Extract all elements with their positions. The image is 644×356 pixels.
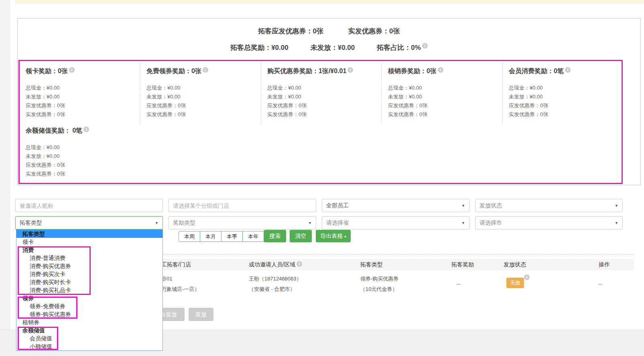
card-line: 应发优惠券：0张 <box>146 101 261 110</box>
grant-button[interactable]: 发放 <box>189 308 213 321</box>
card-line: 总现金：¥0.00 <box>146 84 261 92</box>
summary-due-coupons: 拓客应发优惠券：0张 <box>258 27 323 36</box>
card-line: 总现金：¥0.00 <box>26 84 140 92</box>
date-btn-week[interactable]: 本周 <box>179 231 200 242</box>
chevron-down-icon: ▼ <box>308 221 312 225</box>
date-btn-year[interactable]: 本年 <box>242 231 264 242</box>
chevron-down-icon: ▼ <box>615 204 618 208</box>
card-title: 余额储值奖励： 0笔i <box>26 127 140 135</box>
dropdown-option-lingquan-free[interactable]: 领券-免费领券 <box>16 302 163 310</box>
cell-store: 谷01万象城店-一店） <box>161 275 199 293</box>
card-line: 应发优惠券：0张 <box>26 101 140 110</box>
dropdown-option-xiaofei-lipinka[interactable]: 消费-购买礼品卡 <box>16 286 163 294</box>
status-badge: 无效 <box>506 278 524 288</box>
dropdown-option-huiyuan-chuzhi[interactable]: 会员储值 <box>16 334 163 342</box>
city-select[interactable]: 请选择市▼ <box>475 216 623 229</box>
info-icon[interactable]: i <box>565 67 571 73</box>
date-btn-quarter[interactable]: 本季 <box>221 231 243 242</box>
card-title: 领卡奖励：0张i <box>26 67 140 76</box>
card-line: 总现金：¥0.00 <box>26 143 140 152</box>
tuoke-type-select[interactable]: 拓客类型▼ <box>15 216 163 229</box>
info-icon[interactable]: i <box>203 67 208 73</box>
dropdown-group-yuechuzhi[interactable]: 余额储值 <box>16 326 163 334</box>
card-line: 实发优惠券：0张 <box>267 110 382 119</box>
chevron-down-icon: ▼ <box>461 221 465 225</box>
summary-ratio: 拓客占比：0%i <box>377 43 428 52</box>
card-line: 实发优惠券：0张 <box>388 110 502 119</box>
card-line: 实发优惠券：0张 <box>509 110 623 119</box>
info-icon[interactable]: i <box>69 67 75 73</box>
cell-action: -- <box>599 281 602 287</box>
dropdown-option-xiaoe-chuzhi[interactable]: 小额储值 <box>16 342 163 350</box>
card-title: 购买优惠券奖励：1张/¥0.01i <box>267 67 382 76</box>
summary-row-1: 拓客应发优惠券：0张 实发优惠券：0张 <box>18 27 640 36</box>
tuoke-type-dropdown: 拓客类型 领卡 消费 消费-普通消费 消费-购买优惠券 消费-购买次卡 消费-购… <box>16 229 163 351</box>
card-line: 未发放：¥0.00 <box>388 92 502 101</box>
card-free-coupon-reward: 免费领券奖励：0张i 总现金：¥0.00 未发放：¥0.00 应发优惠券：0张 … <box>140 61 261 123</box>
info-icon[interactable]: i <box>524 274 530 280</box>
col-header-status: 发放状态 <box>504 261 526 268</box>
group-store-input[interactable] <box>169 199 316 212</box>
search-button[interactable]: 搜索 <box>264 230 286 242</box>
chevron-down-icon: ▼ <box>615 221 618 225</box>
grant-status-select[interactable]: 发放状态▼ <box>475 199 623 212</box>
chevron-down-icon: ▼ <box>155 221 158 225</box>
cell-status: 无效i <box>506 278 530 288</box>
col-header-action: 操作 <box>599 261 610 268</box>
reward-type-select[interactable]: 奖励类型▼ <box>169 216 316 229</box>
card-line: 应发优惠券：0张 <box>388 101 502 110</box>
dropdown-option-xiaofei-shichangka[interactable]: 消费-购买时长卡 <box>16 278 163 286</box>
card-line: 未发放：¥0.00 <box>26 152 140 161</box>
card-line: 总现金：¥0.00 <box>267 84 382 92</box>
invitee-nickname-input[interactable] <box>15 199 163 212</box>
card-line: 未发放：¥0.00 <box>146 92 261 101</box>
dropdown-option-lingquan-buy[interactable]: 领券-购买优惠券 <box>16 310 163 318</box>
card-title: 核销券奖励：0张i <box>388 67 502 76</box>
card-line: 实发优惠券：0张 <box>26 170 140 178</box>
dropdown-option-tuoke-type[interactable]: 拓客类型 <box>16 230 163 238</box>
dropdown-group-xiaofei[interactable]: 消费 <box>16 246 163 254</box>
top-notice-strip <box>15 0 644 4</box>
card-verify-coupon-reward: 核销券奖励：0张i 总现金：¥0.00 未发放：¥0.00 应发优惠券：0张 实… <box>382 61 502 123</box>
card-line: 未发放：¥0.00 <box>509 92 623 101</box>
summary-unissued: 未发放：¥0.00 <box>311 43 355 52</box>
info-icon[interactable]: i <box>297 261 302 267</box>
province-select[interactable]: 请选择省▼ <box>322 216 469 229</box>
card-line: 实发优惠券：0张 <box>26 110 140 119</box>
dropdown-option-xiaofei-putong[interactable]: 消费-普通消费 <box>16 254 163 262</box>
cell-reward: -- <box>457 281 460 287</box>
card-line: 应发优惠券：0张 <box>26 161 140 170</box>
clear-button[interactable]: 清空 <box>290 230 312 242</box>
stats-panel: 拓客应发优惠券：0张 实发优惠券：0张 拓客总奖励：¥0.00 未发放：¥0.0… <box>17 18 641 185</box>
card-line: 总现金：¥0.00 <box>509 84 623 92</box>
col-header-reward: 拓客奖励 <box>451 261 474 268</box>
col-header-type: 拓客类型 <box>360 261 383 268</box>
dropdown-option-hexiaoquan[interactable]: 核销券 <box>16 318 163 326</box>
export-table-button[interactable]: 导出表格▾ <box>316 230 351 242</box>
info-icon[interactable]: i <box>83 127 89 132</box>
summary-total-reward: 拓客总奖励：¥0.00 <box>230 43 288 52</box>
card-line: 未发放：¥0.00 <box>267 92 382 101</box>
dropdown-option-xiaofei-cika[interactable]: 消费-购买次卡 <box>16 270 163 278</box>
card-member-consume-reward: 会员消费奖励：0笔i 总现金：¥0.00 未发放：¥0.00 应发优惠券：0张 … <box>502 61 623 123</box>
chevron-down-icon: ▾ <box>344 235 346 239</box>
card-buy-coupon-reward: 购买优惠券奖励：1张/¥0.01i 总现金：¥0.00 未发放：¥0.00 应发… <box>261 61 382 123</box>
dropdown-option-xiaofei-coupon[interactable]: 消费-购买优惠券 <box>16 262 163 270</box>
reward-cards: 领卡奖励：0张i 总现金：¥0.00 未发放：¥0.00 应发优惠券：0张 实发… <box>19 61 623 184</box>
card-card-reward: 领卡奖励：0张i 总现金：¥0.00 未发放：¥0.00 应发优惠券：0张 实发… <box>19 61 140 123</box>
dropdown-group-lingquan[interactable]: 领券 <box>16 294 163 302</box>
dropdown-option-lingka[interactable]: 领卡 <box>16 238 163 246</box>
cell-invitee: 王盼（18712468083）（安徽省 - 合肥市） <box>249 275 302 293</box>
page: 拓客应发优惠券：0张 实发优惠券：0张 拓客总奖励：¥0.00 未发放：¥0.0… <box>0 0 644 356</box>
info-icon[interactable]: i <box>422 43 428 49</box>
date-btn-month[interactable]: 本月 <box>200 231 221 242</box>
card-line: 应发优惠券：0张 <box>509 101 623 110</box>
cell-type: 领券-购买优惠券（10元代金券） <box>360 275 398 293</box>
card-line: 实发优惠券：0张 <box>146 110 261 119</box>
staff-select[interactable]: 全部员工▼ <box>322 199 469 212</box>
col-header-store: 工拓客/门店 <box>161 261 191 268</box>
info-icon[interactable]: i <box>347 67 353 73</box>
info-icon[interactable]: i <box>438 67 443 73</box>
card-balance-stored-reward: 余额储值奖励： 0笔i 总现金：¥0.00 未发放：¥0.00 应发优惠券：0张… <box>19 120 140 182</box>
card-line: 未发放：¥0.00 <box>26 92 140 101</box>
